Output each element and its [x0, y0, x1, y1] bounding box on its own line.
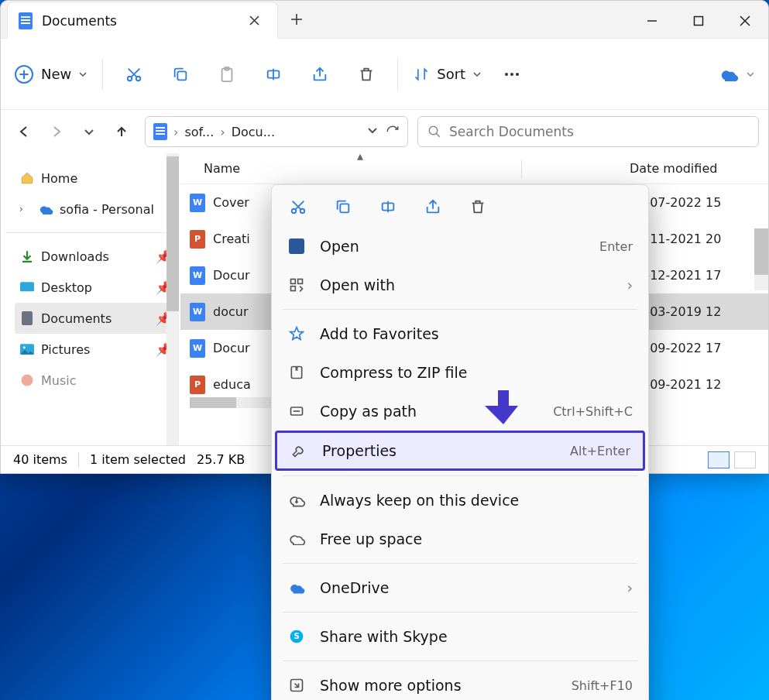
sidebar-item-home[interactable]: Home	[15, 163, 176, 194]
column-headers: ▴ Name Date modified	[180, 153, 768, 184]
search-input[interactable]	[449, 124, 749, 139]
word-file-icon: W	[190, 266, 205, 285]
star-icon	[287, 326, 306, 341]
new-tab-button[interactable]	[278, 1, 315, 38]
cloud-icon	[38, 201, 53, 217]
paste-button[interactable]	[211, 59, 242, 90]
menu-item-compress-zip[interactable]: Compress to ZIP file	[272, 353, 648, 392]
new-button[interactable]: + New	[15, 65, 87, 84]
share-button[interactable]	[304, 59, 335, 90]
svg-point-8	[510, 73, 513, 76]
scrollbar-thumb[interactable]	[190, 397, 236, 408]
delete-button[interactable]	[467, 196, 489, 218]
documents-icon	[19, 311, 35, 326]
svg-rect-20	[298, 280, 303, 284]
rename-button[interactable]	[377, 196, 399, 218]
file-name: educa	[213, 377, 275, 392]
search-box[interactable]	[417, 116, 759, 147]
cut-button[interactable]	[118, 59, 149, 90]
window-controls	[629, 4, 768, 38]
word-file-icon: W	[190, 194, 205, 212]
breadcrumb-segment[interactable]: Docu...	[232, 125, 275, 139]
menu-separator	[283, 661, 637, 661]
menu-item-copy-path[interactable]: Copy as path Ctrl+Shift+C	[272, 392, 648, 431]
chevron-right-icon[interactable]: ›	[19, 204, 32, 214]
pictures-icon	[19, 341, 35, 357]
tab-documents[interactable]: Documents	[7, 2, 278, 39]
home-icon	[19, 170, 35, 186]
menu-item-onedrive[interactable]: OneDrive ›	[272, 568, 648, 607]
cloud-icon	[719, 67, 739, 81]
menu-item-always-keep[interactable]: Always keep on this device	[272, 481, 648, 520]
word-file-icon: W	[190, 303, 205, 321]
powerpoint-file-icon: P	[190, 230, 205, 249]
menu-item-label: Free up space	[320, 530, 633, 547]
onedrive-icon	[287, 582, 306, 594]
column-name[interactable]: Name	[204, 161, 537, 176]
music-icon	[19, 372, 35, 388]
powerpoint-file-icon: P	[190, 376, 205, 394]
context-quick-actions	[272, 193, 648, 227]
column-date[interactable]: Date modified	[630, 161, 717, 176]
download-icon	[19, 249, 35, 264]
menu-item-show-more[interactable]: Show more options Shift+F10	[272, 666, 648, 700]
scrollbar-thumb[interactable]	[754, 228, 768, 275]
details-view-button[interactable]	[708, 451, 730, 468]
recent-locations-button[interactable]	[75, 118, 103, 146]
breadcrumb-dropdown-button[interactable]	[367, 125, 378, 139]
sidebar-item-music[interactable]: Music	[15, 365, 176, 396]
list-vertical-scrollbar[interactable]	[754, 228, 768, 290]
file-name: Creati	[213, 232, 275, 246]
share-button[interactable]	[422, 196, 444, 218]
rename-button[interactable]	[258, 59, 289, 90]
sort-indicator-icon: ▴	[357, 149, 363, 163]
sidebar-item-desktop[interactable]: Desktop 📌	[15, 272, 176, 303]
svg-point-9	[516, 73, 519, 76]
copy-button[interactable]	[332, 196, 354, 218]
sort-button[interactable]: Sort	[414, 66, 481, 82]
menu-item-label: Show more options	[320, 677, 558, 694]
sidebar-item-downloads[interactable]: Downloads 📌	[15, 241, 176, 272]
more-button[interactable]	[496, 59, 527, 90]
chevron-right-icon: ›	[173, 125, 178, 139]
sidebar-scrollbar-thumb[interactable]	[167, 156, 179, 311]
breadcrumb[interactable]: › sof... › Docu...	[145, 116, 408, 147]
close-window-button[interactable]	[722, 4, 768, 38]
svg-point-14	[22, 375, 33, 386]
sidebar-item-onedrive-user[interactable]: › sofia - Personal	[15, 194, 176, 225]
chevron-right-icon: ›	[627, 276, 633, 293]
menu-item-label: Properties	[322, 442, 556, 459]
menu-item-favorites[interactable]: Add to Favorites	[272, 314, 648, 353]
menu-separator	[283, 612, 637, 612]
maximize-button[interactable]	[675, 4, 722, 38]
annotation-arrow-icon	[484, 387, 523, 426]
minimize-button[interactable]	[629, 4, 675, 38]
up-button[interactable]	[108, 118, 136, 146]
tab-close-button[interactable]	[242, 9, 266, 33]
sidebar-item-documents[interactable]: Documents 📌	[15, 303, 176, 334]
sidebar-item-pictures[interactable]: Pictures 📌	[15, 334, 176, 365]
menu-item-label: Open	[320, 238, 585, 255]
menu-item-accelerator: Alt+Enter	[570, 444, 630, 458]
toolbar-separator	[397, 59, 398, 90]
cut-button[interactable]	[287, 196, 309, 218]
svg-point-16	[300, 209, 305, 214]
copy-button[interactable]	[165, 59, 196, 90]
svg-point-1	[128, 76, 132, 81]
svg-rect-21	[291, 287, 296, 291]
menu-item-properties[interactable]: Properties Alt+Enter	[275, 431, 645, 471]
thumbnails-view-button[interactable]	[734, 451, 756, 468]
svg-text:S: S	[294, 632, 299, 640]
sidebar-item-label: Pictures	[41, 342, 90, 357]
menu-item-open-with[interactable]: Open with ›	[272, 266, 648, 304]
breadcrumb-segment[interactable]: sof...	[184, 125, 214, 139]
forward-button[interactable]	[43, 118, 70, 146]
menu-item-free-up-space[interactable]: Free up space	[272, 520, 648, 558]
menu-item-open[interactable]: Open Enter	[272, 227, 648, 266]
delete-button[interactable]	[351, 59, 382, 90]
menu-item-skype[interactable]: S Share with Skype	[272, 617, 648, 656]
back-button[interactable]	[10, 118, 38, 146]
onedrive-status-button[interactable]	[719, 67, 754, 81]
refresh-button[interactable]	[386, 125, 400, 139]
column-separator[interactable]	[521, 160, 522, 178]
